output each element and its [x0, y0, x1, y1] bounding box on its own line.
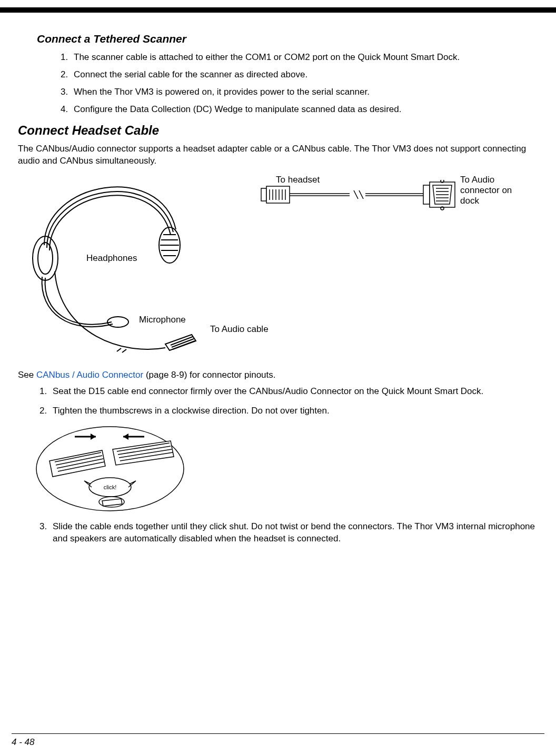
svg-point-1: [38, 243, 53, 274]
svg-rect-28: [423, 185, 430, 204]
headset-steps-part1: Seat the D15 cable end connector firmly …: [49, 386, 538, 417]
svg-rect-14: [261, 188, 266, 201]
click-label: click!: [104, 484, 116, 490]
list-item: Configure the Data Collection (DC) Wedge…: [71, 104, 538, 116]
headset-icon: [28, 166, 207, 366]
list-item: Connect the serial cable for the scanner…: [71, 69, 538, 81]
heading-tethered-scanner: Connect a Tethered Scanner: [37, 33, 538, 45]
page-number: 4 - 48: [12, 737, 34, 748]
click-figure: click!: [34, 424, 186, 513]
list-item: Seat the D15 cable end connector firmly …: [49, 386, 538, 398]
label-microphone: Microphone: [139, 315, 186, 325]
heading-headset-cable: Connect Headset Cable: [18, 123, 538, 138]
headset-figure: Headphones Microphone To Audio cable To …: [34, 172, 518, 366]
headset-intro: The CANbus/Audio connector supports a he…: [18, 143, 538, 167]
see-line: See CANbus / Audio Connector (page 8-9) …: [18, 369, 538, 381]
footer-rule: [12, 733, 544, 734]
list-item: The scanner cable is attached to either …: [71, 52, 538, 64]
connector-click-icon: click!: [34, 424, 186, 513]
header-bar: [0, 7, 556, 13]
see-suffix: (page 8-9) for connector pinouts.: [143, 370, 275, 380]
label-headphones: Headphones: [86, 253, 137, 264]
content-area: Connect a Tethered Scanner The scanner c…: [18, 31, 538, 552]
svg-line-10: [122, 349, 126, 352]
svg-line-25: [359, 190, 363, 199]
tethered-scanner-steps: The scanner cable is attached to either …: [71, 52, 538, 116]
list-item: Slide the cable ends together until they…: [49, 521, 538, 545]
label-to-headset: To headset: [276, 175, 320, 185]
svg-line-9: [117, 348, 121, 351]
list-item: Tighten the thumbscrews in a clockwise d…: [49, 405, 538, 417]
svg-point-30: [441, 180, 444, 183]
list-item: When the Thor VM3 is powered on, it prov…: [71, 86, 538, 98]
label-to-audio-connector: To Audio connector on dock: [460, 175, 518, 207]
headset-steps-part2: Slide the cable ends together until they…: [49, 521, 538, 545]
see-prefix: See: [18, 370, 36, 380]
page: Connect a Tethered Scanner The scanner c…: [0, 0, 556, 756]
label-to-audio-cable: To Audio cable: [210, 324, 269, 335]
svg-line-24: [354, 190, 358, 199]
canbus-audio-connector-link[interactable]: CANbus / Audio Connector: [36, 370, 143, 380]
